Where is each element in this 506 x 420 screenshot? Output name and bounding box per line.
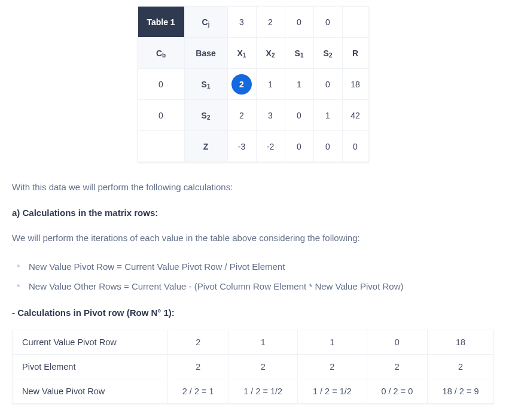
cb-header: Cb (138, 38, 184, 69)
col-header: X1 (227, 38, 256, 69)
calc-cell: 2 (367, 355, 427, 379)
z-value: 0 (313, 131, 342, 162)
cj-label: Cj (184, 7, 227, 38)
calc-row-label: New Value Pivot Row (13, 379, 168, 404)
cb-value: 0 (138, 69, 184, 100)
base-value: S2 (184, 100, 227, 131)
cb-value: 0 (138, 100, 184, 131)
calc-cell: 1 (228, 330, 298, 355)
calc-cell: 2 (168, 330, 228, 355)
calc-cell: 1 (298, 330, 367, 355)
z-value: -2 (256, 131, 285, 162)
cj-val: 0 (285, 7, 313, 38)
calculation-rules: New Value Pivot Row = Current Value Pivo… (12, 258, 494, 294)
base-header: Base (184, 38, 227, 69)
cell-value: 1 (313, 100, 342, 131)
z-value: 0 (285, 131, 313, 162)
r-value: 42 (342, 100, 368, 131)
intro-text: With this data we will perform the follo… (12, 180, 494, 194)
r-value: 18 (342, 69, 368, 100)
rule-item: New Value Pivot Row = Current Value Pivo… (12, 258, 494, 275)
cell-value: 1 (256, 69, 285, 100)
calc-cell: 1 / 2 = 1/2 (228, 379, 298, 404)
empty-cell (342, 7, 368, 38)
empty-cell (138, 131, 184, 162)
calc-row-label: Current Value Pivot Row (13, 330, 168, 355)
rule-item: New Value Other Rows = Current Value - (… (12, 278, 494, 294)
calc-cell: 18 / 2 = 9 (428, 379, 494, 404)
z-value: -3 (227, 131, 256, 162)
calc-cell: 18 (428, 330, 494, 355)
calc-cell: 0 / 2 = 0 (367, 379, 427, 404)
calc-cell: 1 / 2 = 1/2 (298, 379, 367, 404)
cj-val: 0 (313, 7, 342, 38)
calc-cell: 2 (428, 355, 494, 379)
col-header: S1 (285, 38, 313, 69)
calc-row-label: Pivot Element (13, 355, 168, 379)
pivot-row-calculation-table: Current Value Pivot Row 2 1 1 0 18 Pivot… (12, 330, 494, 404)
calc-cell: 0 (367, 330, 427, 355)
iteration-description: We will perform the iterations of each v… (12, 231, 494, 245)
pivot-row-heading: - Calculations in Pivot row (Row N° 1): (12, 308, 494, 318)
cj-val: 2 (256, 7, 285, 38)
cell-value: 2 (227, 100, 256, 131)
base-value: S1 (184, 69, 227, 100)
calc-cell: 2 (228, 355, 298, 379)
col-header: X2 (256, 38, 285, 69)
cell-value: 0 (285, 100, 313, 131)
z-label: Z (184, 131, 227, 162)
calc-cell: 2 / 2 = 1 (168, 379, 228, 404)
section-a-heading: a) Calculations in the matrix rows: (12, 208, 494, 218)
cell-value: 1 (285, 69, 313, 100)
table1-title: Table 1 (138, 7, 184, 38)
cell-value: 0 (313, 69, 342, 100)
calc-cell: 2 (168, 355, 228, 379)
calc-cell: 2 (298, 355, 367, 379)
cell-value: 3 (256, 100, 285, 131)
col-header: S2 (313, 38, 342, 69)
simplex-table-1: Table 1 Cj 3 2 0 0 Cb Base X1 X2 S1 S2 R… (138, 6, 369, 162)
z-r-value: 0 (342, 131, 368, 162)
cj-val: 3 (227, 7, 256, 38)
pivot-element: 2 (227, 69, 256, 100)
r-header: R (342, 38, 368, 69)
